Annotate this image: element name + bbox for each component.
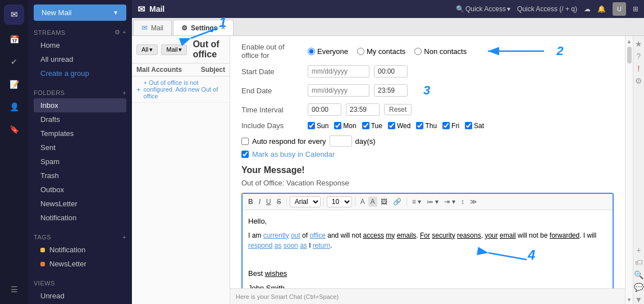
contacts-nav-icon[interactable]: 👤 xyxy=(4,97,24,117)
radio-mycontacts[interactable]: My contacts xyxy=(357,47,405,56)
start-date-input[interactable] xyxy=(308,65,369,78)
day-thu[interactable]: Thu xyxy=(416,122,437,130)
checkbox-sun[interactable] xyxy=(308,122,315,129)
new-mail-button[interactable]: New Mail ▼ xyxy=(34,4,126,21)
grid-icon[interactable]: ⊞ xyxy=(633,5,638,13)
tasks-nav-icon[interactable]: ✔ xyxy=(4,52,24,72)
sidebar-item-templates[interactable]: Templates xyxy=(34,126,126,140)
highlight-button[interactable]: A xyxy=(368,197,377,207)
list-item[interactable]: + + Out of office is not configured. Add… xyxy=(132,76,230,103)
checkbox-thu[interactable] xyxy=(416,122,423,129)
strikethrough-button[interactable]: S xyxy=(275,197,284,207)
indent-button[interactable]: ⇥ ▾ xyxy=(442,197,457,207)
start-time-input[interactable] xyxy=(374,65,408,78)
tags-add-icon[interactable]: + xyxy=(122,234,126,241)
scroll-down-icon[interactable]: ▼ xyxy=(625,296,633,304)
checkbox-fri[interactable] xyxy=(442,122,450,129)
folders-title: FOLDERS + xyxy=(34,89,126,96)
bell-icon[interactable]: 🔔 xyxy=(597,5,606,13)
radio-mycontacts-input[interactable] xyxy=(357,48,364,55)
sidebar-item-outbox[interactable]: Outbox xyxy=(34,183,126,197)
sidebar-item-notification[interactable]: Notification xyxy=(34,211,126,225)
sidebar-item-sent[interactable]: Sent xyxy=(34,140,126,155)
text-direction-button[interactable]: ↕ xyxy=(459,197,467,207)
sidebar-item-unread[interactable]: Unread xyxy=(34,289,126,303)
question-side-icon[interactable]: ? xyxy=(637,52,641,61)
editor-content[interactable]: Hello, I am currently out of office and … xyxy=(243,210,613,288)
align-button[interactable]: ≡ ▾ xyxy=(410,197,423,207)
time-interval-end[interactable] xyxy=(346,103,380,116)
mail-nav-icon[interactable]: ✉ xyxy=(4,4,24,25)
sidebar-item-creategroup[interactable]: Create a group xyxy=(34,66,126,80)
subject-column: Subject xyxy=(201,66,225,74)
settings-nav-icon[interactable]: ☰ xyxy=(4,279,24,300)
auto-respond-checkbox[interactable] xyxy=(241,138,249,145)
day-fri[interactable]: Fri xyxy=(442,122,459,130)
sidebar-item-trash[interactable]: Trash xyxy=(34,169,126,183)
scroll-thumb[interactable] xyxy=(627,47,632,63)
radio-noncontacts[interactable]: Non contacts xyxy=(414,47,467,56)
tab-close-icon[interactable]: ✕ xyxy=(221,25,225,31)
checkbox-sat[interactable] xyxy=(465,122,472,129)
font-color-button[interactable]: A xyxy=(358,197,367,207)
italic-button[interactable]: I xyxy=(257,197,263,207)
sidebar-item-spam[interactable]: Spam xyxy=(34,155,126,169)
day-wed[interactable]: Wed xyxy=(388,122,410,130)
tab-mail[interactable]: ✉ Mail xyxy=(133,20,172,35)
streams-options-icon[interactable]: ⚙ + xyxy=(115,29,126,36)
day-mon[interactable]: Mon xyxy=(334,122,356,130)
settings-side-icon[interactable]: ⚙ xyxy=(635,76,642,85)
all-filter-button[interactable]: All ▾ xyxy=(136,44,158,55)
search-side-icon[interactable]: 🔍 xyxy=(634,270,643,279)
drafts-label: Drafts xyxy=(40,115,60,124)
link-button[interactable]: 🔗 xyxy=(391,197,404,207)
end-time-input[interactable] xyxy=(374,84,408,97)
mark-busy-checkbox[interactable] xyxy=(241,151,249,158)
chat-side-icon[interactable]: 💬 xyxy=(634,283,643,292)
sidebar-item-tag-newsletter[interactable]: NewsLetter xyxy=(34,257,126,271)
radio-everyone-input[interactable] xyxy=(308,48,315,55)
day-sun[interactable]: Sun xyxy=(308,122,328,130)
mail-filter-button[interactable]: Mail ▾ xyxy=(161,44,187,55)
more-options-button[interactable]: ≫ xyxy=(468,197,479,207)
arrow-down-side-icon[interactable]: ▼ xyxy=(635,295,643,304)
user-avatar[interactable]: U xyxy=(613,2,626,16)
notes-nav-icon[interactable]: 📝 xyxy=(4,74,24,94)
font-family-select[interactable]: Arial xyxy=(290,196,321,207)
radio-everyone[interactable]: Everyone xyxy=(308,47,348,56)
list-button[interactable]: ≔ ▾ xyxy=(424,197,441,207)
quick-access-button[interactable]: 🔍 Quick Access ▾ xyxy=(456,5,510,13)
image-button[interactable]: 🖼 xyxy=(378,197,390,207)
smart-chat-bar[interactable]: Here is your Smart Chat (Ctrl+Space) xyxy=(230,288,625,304)
auto-respond-input[interactable] xyxy=(330,135,352,147)
cloud-icon[interactable]: ☁ xyxy=(584,5,591,13)
bookmarks-nav-icon[interactable]: 🔖 xyxy=(4,119,24,139)
expand-side-icon[interactable]: + xyxy=(636,246,641,255)
sidebar-item-tag-notification[interactable]: Notification xyxy=(34,243,126,257)
bold-button[interactable]: B xyxy=(246,197,255,207)
day-tue[interactable]: Tue xyxy=(362,122,382,130)
font-size-select[interactable]: 10 xyxy=(327,196,352,207)
tag-side-icon[interactable]: 🏷 xyxy=(635,258,643,267)
reset-button[interactable]: Reset xyxy=(384,104,412,115)
calendar-nav-icon[interactable]: 📅 xyxy=(4,29,24,49)
radio-noncontacts-input[interactable] xyxy=(414,48,422,55)
day-sat[interactable]: Sat xyxy=(465,122,484,130)
checkbox-wed[interactable] xyxy=(388,122,395,129)
sidebar-item-drafts[interactable]: Drafts xyxy=(34,112,126,126)
checkbox-tue[interactable] xyxy=(362,122,369,129)
time-interval-start[interactable] xyxy=(308,103,341,116)
underline-button[interactable]: U xyxy=(264,197,273,207)
folders-add-icon[interactable]: + xyxy=(122,89,126,96)
scroll-up-icon[interactable]: ▲ xyxy=(625,37,633,46)
checkbox-mon[interactable] xyxy=(334,122,341,129)
sidebar-item-home[interactable]: Home xyxy=(34,38,126,52)
end-date-input[interactable] xyxy=(308,84,369,97)
end-date-label: End Date xyxy=(241,87,303,95)
warning-side-icon[interactable]: ! xyxy=(638,64,640,73)
sidebar-item-newsletter[interactable]: NewsLetter xyxy=(34,197,126,211)
sidebar-item-inbox[interactable]: Inbox xyxy=(34,98,126,112)
sidebar-item-allunread[interactable]: All unread xyxy=(34,52,126,66)
star-side-icon[interactable]: ★ xyxy=(635,39,642,48)
tab-settings[interactable]: ⚙ Settings ✕ xyxy=(173,20,234,35)
